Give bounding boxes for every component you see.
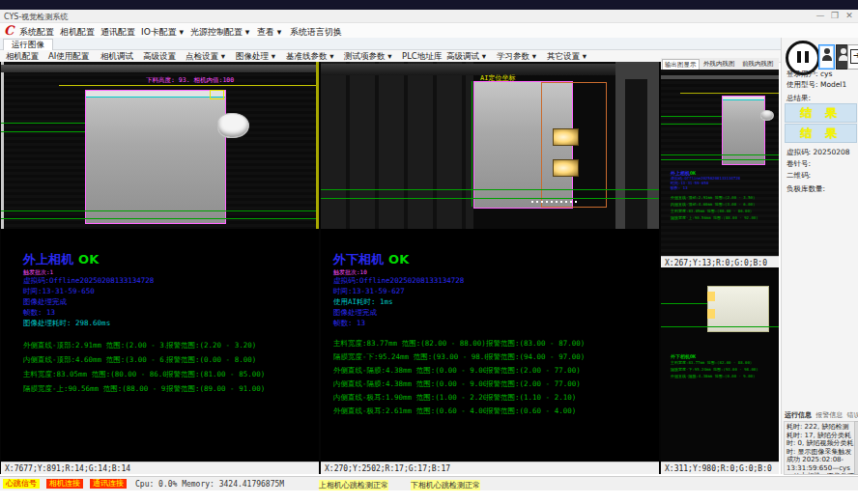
alarm-range: 报警范围:(2.20 - 3.20)	[166, 338, 256, 352]
maximize-button[interactable]: ❐	[828, 11, 842, 20]
cell-top-strip	[86, 91, 225, 98]
battery-cell-bright	[707, 286, 769, 332]
thumb-tab-front-debris[interactable]: 前残内残图	[740, 59, 776, 69]
panel-divider-yellow	[316, 62, 319, 229]
window-title: CYS-视觉检测系统	[4, 12, 68, 22]
user-dark-icon	[841, 48, 846, 54]
stock-count-label: 负极库数量:	[786, 184, 825, 194]
measure-value: 隔膜宽度-下:95.24mm 范围:(93.00 - 98.00)	[333, 350, 486, 364]
tab-run-image[interactable]: 运行图像	[3, 39, 53, 50]
overlay-green-line-1	[661, 303, 707, 304]
measure-value: 外侧直线-隔膜:4.38mm 范围:(0.00 - 9.00)	[333, 364, 486, 378]
mouse-coords-value: X:311;Y:980;R:0;G:0;B:0	[665, 464, 772, 473]
camera-status-ok: OK	[388, 252, 409, 266]
info-tab-alarm[interactable]: 报警信息	[815, 411, 843, 419]
overlay-green-line-1	[321, 189, 659, 190]
close-button[interactable]: ✕	[843, 11, 856, 20]
mini-result: 隔膜宽度-下:95.24mm 范围:(93.00 - 98.00)	[671, 366, 758, 373]
alarm-range: 报警范围:(94.00 - 97.00)	[486, 350, 585, 364]
camera-image-lower-outer[interactable]: AI定位坐标	[321, 62, 659, 229]
frame-count-label: 帧数: 13	[333, 318, 585, 328]
screen-top-edge	[0, 0, 858, 10]
login-user-value: cys	[820, 70, 832, 78]
pause-icon	[805, 51, 809, 63]
thumb-image-bottom[interactable]: 外下相机OK 主料宽度:83.77mm 范围:(82.00 - 88.00) 隔…	[661, 270, 779, 462]
right-sidebar: ➔ 登录用户: cys 使用型号: Model1 总结果: 结 果 结 果 虚拟…	[781, 38, 858, 474]
thumb-tab-outer-debris[interactable]: 外残内残图	[701, 59, 737, 69]
status-bar: 心跳信号 相机连接 通讯连接 Cpu: 0.0% Memory: 3424.41…	[0, 476, 858, 490]
user-button-active[interactable]	[818, 44, 835, 70]
measure-value: 内侧直线-隔膜:4.38mm 范围:(0.00 - 9.00)	[333, 378, 486, 391]
result-text-upper-outer: 外上相机 OK 触发批次:1 虚拟码:Offline20250208133134…	[23, 249, 265, 396]
machine-opening	[625, 79, 647, 229]
gripper-clip	[760, 110, 774, 121]
measure-value: 主料宽度:83.05mm 范围:(80.00 - 86.00)	[23, 367, 166, 381]
camera-link-badge: 相机连接	[46, 479, 83, 489]
process-done-label: 图像处理完成	[333, 307, 585, 318]
virtual-code-field: 虚拟码: 20250208	[786, 148, 850, 157]
user-icon	[824, 48, 830, 54]
measure-row: 外侧直线-顶部:2.91mm 范围:(2.00 - 3.50)报警范围:(2.2…	[23, 338, 265, 352]
process-elapsed-label: 图像处理耗时: 298.60ms	[23, 318, 265, 328]
exit-button[interactable]: ➔	[847, 44, 858, 70]
measure-row: 内侧直线-顶部:4.60mm 范围:(3.00 - 6.00)报警范围:(0.0…	[23, 352, 265, 367]
run-info-log[interactable]: 耗时: 222, 缺陷检测耗时: 17, 缺陷分类耗时: 0, 缺陷视频分类耗时…	[784, 421, 857, 475]
ai-elapsed-label: 使用AI耗时: 1ms	[333, 296, 585, 307]
minimize-button[interactable]: —	[814, 11, 827, 20]
trigger-batch-label: 触发批次:10	[333, 268, 585, 275]
overlay-green-line-3	[661, 154, 779, 155]
measure-value: 隔膜宽度-上:90.56mm 范围:(88.00 - 92.00)	[23, 381, 166, 396]
camera-name-label: 外下相机	[333, 252, 384, 266]
document-tab-strip: 运行图像	[0, 38, 858, 50]
mini-result: 外侧直线-隔膜:4.38mm 范围:(0.00 - 9.00)	[671, 373, 758, 379]
tab-reflective-spot-2	[553, 159, 579, 177]
title-bar: CYS-视觉检测系统 — ❐ ✕	[0, 10, 858, 23]
alarm-range: 报警范围:(2.00 - 77.00)	[486, 378, 581, 391]
mouse-coords-value: X:270;Y:2502;R:17;G:17;B:17	[325, 464, 450, 473]
overlay-green-line-1	[661, 116, 722, 117]
camera-status-ok: OK	[78, 252, 99, 266]
mini-result: 隔膜宽度-上:90.56mm 范围:(88.00 - 92.00)	[671, 214, 758, 221]
overlay-green-line-2	[661, 124, 722, 125]
info-tab-strip: 运行信息 报警信息 错误信息	[785, 410, 858, 420]
overlay-green-line-4	[661, 159, 779, 160]
overlay-dot-row	[531, 201, 580, 203]
measure-row: 内侧直线-极耳:1.90mm 范围:(1.00 - 2.20)报警范围:(1.1…	[333, 391, 585, 405]
model-value: Model1	[820, 80, 846, 89]
menu-bar: C 系统配置 相机配置 通讯配置 IO卡配置 ▾ 光源控制配置 ▾ 查看 ▾ 系…	[0, 23, 858, 38]
measure-value: 主料宽度:83.77mm 范围:(82.00 - 88.00)	[333, 337, 486, 350]
overlay-green-line-2	[661, 326, 779, 327]
trigger-batch-label: 触发批次:1	[23, 268, 265, 275]
info-tab-run[interactable]: 运行信息	[785, 411, 812, 419]
qrcode-label: 二维码:	[786, 171, 811, 181]
overlay-green-line-2	[321, 198, 659, 199]
camera-panel-upper-outer: 下料高度: 93. 相机内值:100 外上相机 OK 触发批次:1 虚拟码:Of…	[1, 62, 319, 474]
measure-value: 内侧直线-顶部:4.60mm 范围:(3.00 - 6.00)	[23, 352, 166, 367]
overlay-yellow-line	[680, 93, 779, 94]
thumb-tab-output[interactable]: 输出图显示	[662, 59, 700, 70]
model-label: 使用型号: Model1	[786, 80, 846, 90]
measure-row: 隔膜宽度-上:90.56mm 范围:(88.00 - 92.00)报警范围:(8…	[23, 381, 265, 396]
overlay-green-vline	[472, 81, 472, 207]
info-scrollbar[interactable]	[854, 421, 858, 475]
measure-value: 外侧直线-顶部:2.91mm 范围:(2.00 - 3.50)	[23, 338, 166, 352]
mouse-coords-bar: X:267;Y:13;R:0;G:0;B:0	[661, 256, 779, 267]
thumb-image-top[interactable]: 外上相机OK 虚拟码:Offline20250208133134728 时间:1…	[661, 70, 779, 256]
overlay-green-line-3	[1, 210, 319, 211]
camera-panel-lower-outer: AI定位坐标 外下相机 OK 触发批次:10 虚拟码:Offline202502…	[321, 62, 659, 474]
battery-cell-region	[85, 90, 226, 224]
time-label: 时间:13-31-59-650	[23, 286, 265, 296]
mouse-coords-bar: X:270;Y:2502;R:17;G:17;B:17	[321, 462, 659, 474]
info-tab-error[interactable]: 错误信息	[846, 411, 858, 419]
frame-count-label: 帧数: 13	[23, 307, 265, 318]
measure-row: 外侧直线-极耳:2.61mm 范围:(0.60 - 4.00)报警范围:(0.6…	[333, 405, 585, 418]
thumb-panel-top: 外上相机OK 虚拟码:Offline20250208133134728 时间:1…	[661, 70, 779, 267]
measure-value: 外侧直线-极耳:2.61mm 范围:(0.60 - 4.00)	[333, 405, 486, 418]
measure-row: 外侧直线-隔膜:4.38mm 范围:(0.00 - 9.00)报警范围:(2.0…	[333, 364, 585, 378]
camera-image-upper-outer[interactable]: 下料高度: 93. 相机内值:100	[1, 62, 319, 229]
measure-value: 内侧直线-极耳:1.90mm 范围:(1.00 - 2.20)	[333, 391, 486, 405]
mouse-coords-bar: X:7677;Y:891;R:14;G:14;B:14	[1, 462, 319, 474]
mouse-coords-value: X:7677;Y:891;R:14;G:14;B:14	[5, 464, 130, 473]
login-user-label: 登录用户: cys	[786, 70, 832, 79]
alarm-range: 报警范围:(2.00 - 77.00)	[486, 364, 581, 378]
